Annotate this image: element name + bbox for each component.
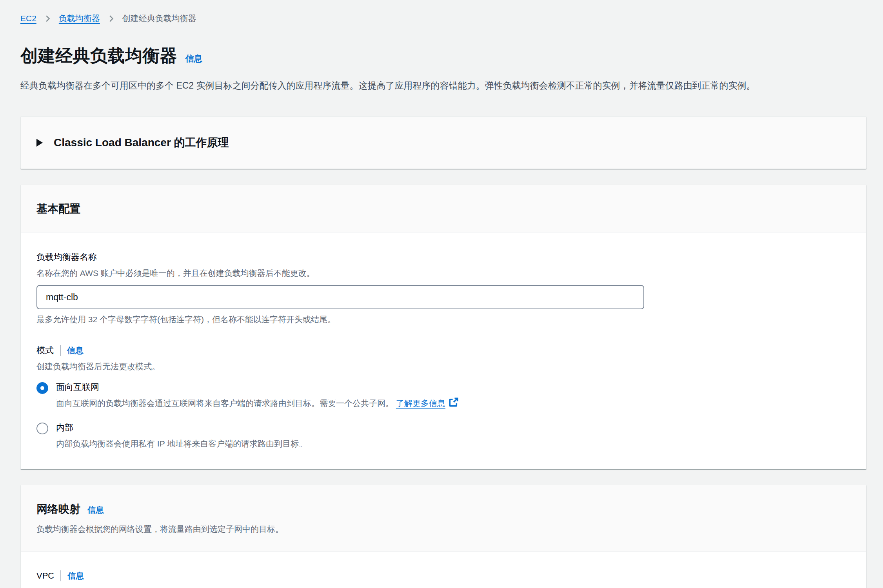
radio-option-internet-facing: 面向互联网 面向互联网的负载均衡器会通过互联网将来自客户端的请求路由到目标。需要… — [36, 381, 850, 411]
internet-facing-radio-label[interactable]: 面向互联网 — [56, 381, 459, 393]
network-mapping-description: 负载均衡器会根据您的网络设置，将流量路由到选定子网中的目标。 — [36, 523, 850, 535]
internal-radio-description: 内部负载均衡器会使用私有 IP 地址将来自客户端的请求路由到目标。 — [56, 437, 307, 450]
scheme-info-link[interactable]: 信息 — [67, 345, 84, 356]
page-description: 经典负载均衡器在多个可用区中的多个 EC2 实例目标之间分配传入的应用程序流量。… — [20, 78, 852, 94]
page-title: 创建经典负载均衡器 — [20, 44, 178, 67]
load-balancer-name-constraint: 最多允许使用 32 个字母数字字符(包括连字符)，但名称不能以连字符开头或结尾。 — [36, 314, 850, 325]
page-title-info-link[interactable]: 信息 — [185, 53, 203, 65]
how-it-works-expander[interactable]: Classic Load Balancer 的工作原理 — [20, 116, 867, 169]
internet-facing-desc-text: 面向互联网的负载均衡器会通过互联网将来自客户端的请求路由到目标。需要一个公共子网… — [56, 399, 394, 408]
load-balancer-name-input[interactable] — [36, 285, 644, 309]
scheme-description: 创建负载均衡器后无法更改模式。 — [36, 360, 850, 373]
radio-option-internal: 内部 内部负载均衡器会使用私有 IP 地址将来自客户端的请求路由到目标。 — [36, 422, 850, 450]
breadcrumb: EC2 负载均衡器 创建经典负载均衡器 — [20, 13, 867, 24]
internal-radio-label[interactable]: 内部 — [56, 422, 307, 434]
load-balancer-name-description: 名称在您的 AWS 账户中必须是唯一的，并且在创建负载均衡器后不能更改。 — [36, 267, 850, 279]
learn-more-link-text: 了解更多信息 — [396, 399, 445, 408]
internal-radio[interactable] — [36, 423, 48, 434]
scheme-label: 模式 — [36, 345, 54, 356]
scheme-radio-group: 面向互联网 面向互联网的负载均衡器会通过互联网将来自客户端的请求路由到目标。需要… — [36, 381, 850, 450]
basic-configuration-card: 基本配置 负载均衡器名称 名称在您的 AWS 账户中必须是唯一的，并且在创建负载… — [20, 185, 867, 469]
breadcrumb-link-ec2[interactable]: EC2 — [20, 14, 36, 23]
load-balancer-name-field: 负载均衡器名称 名称在您的 AWS 账户中必须是唯一的，并且在创建负载均衡器后不… — [36, 251, 850, 325]
caret-right-icon — [36, 139, 43, 147]
vpc-field: VPC 信息 为您的目标选择虚拟私有云（VPC），或者也可以创建一个新的 VPC… — [36, 570, 850, 588]
load-balancer-name-label: 负载均衡器名称 — [36, 251, 850, 263]
network-mapping-title: 网络映射 — [36, 502, 80, 517]
basic-configuration-title: 基本配置 — [36, 201, 80, 216]
vpc-label: VPC — [36, 571, 54, 581]
scheme-field: 模式 信息 创建负载均衡器后无法更改模式。 面向互联网 面向互联网的负载均衡器会… — [36, 345, 850, 450]
expander-title: Classic Load Balancer 的工作原理 — [54, 135, 229, 150]
network-mapping-info-link[interactable]: 信息 — [87, 505, 104, 515]
internet-facing-radio-description: 面向互联网的负载均衡器会通过互联网将来自客户端的请求路由到目标。需要一个公共子网… — [56, 397, 459, 411]
network-mapping-header: 网络映射 信息 负载均衡器会根据您的网络设置，将流量路由到选定子网中的目标。 — [21, 485, 866, 552]
network-mapping-card: 网络映射 信息 负载均衡器会根据您的网络设置，将流量路由到选定子网中的目标。 V… — [20, 485, 867, 588]
label-divider — [60, 345, 61, 356]
vpc-info-link[interactable]: 信息 — [67, 570, 84, 581]
breadcrumb-link-load-balancers[interactable]: 负载均衡器 — [59, 13, 100, 24]
label-divider — [60, 570, 61, 581]
chevron-right-icon — [44, 15, 52, 23]
chevron-right-icon — [107, 15, 115, 23]
external-link-icon[interactable] — [449, 397, 459, 411]
basic-configuration-header: 基本配置 — [21, 185, 866, 232]
learn-more-link[interactable]: 了解更多信息 — [396, 399, 445, 408]
breadcrumb-current: 创建经典负载均衡器 — [122, 13, 196, 24]
internet-facing-radio[interactable] — [36, 382, 48, 394]
